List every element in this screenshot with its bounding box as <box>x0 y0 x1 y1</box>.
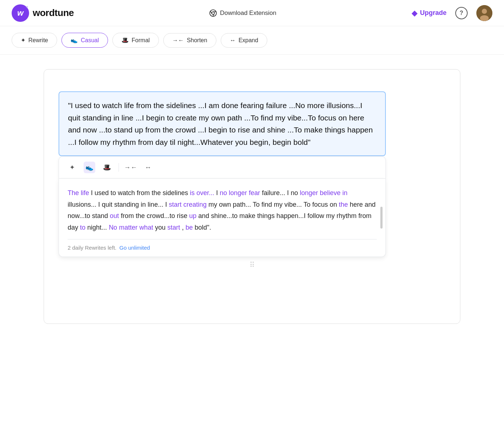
header: w ✦ wordtune Download Extension ◆ Upgrad… <box>0 0 504 26</box>
toolbar: ✦ Rewrite 👟 Casual 🎩 Formal →← Shorten ↔… <box>0 26 504 55</box>
inline-expand-icon[interactable]: ↔ <box>142 162 154 173</box>
result-span-22: be <box>185 224 193 231</box>
result-span-7: illusions... I quit standing in line... … <box>68 201 169 208</box>
casual-icon: 👟 <box>71 37 78 44</box>
result-span-1: I used to watch from the sidelines <box>91 189 190 197</box>
chrome-icon <box>209 9 217 17</box>
result-span-10: the <box>339 201 348 208</box>
result-span-4: no longer fear <box>220 189 260 197</box>
download-label: Download Extension <box>220 9 276 17</box>
result-span-21: , <box>182 224 185 231</box>
svg-point-6 <box>482 9 487 14</box>
formal-button[interactable]: 🎩 Formal <box>112 33 159 48</box>
result-box: The life I used to watch from the sideli… <box>59 179 386 257</box>
shorten-icon: →← <box>172 37 184 44</box>
toolbar-divider <box>119 163 119 172</box>
result-span-20: start <box>167 224 180 231</box>
help-icon: ? <box>460 10 463 16</box>
result-span-12: out <box>110 212 119 219</box>
rewrite-button[interactable]: ✦ Rewrite <box>12 33 57 48</box>
result-span-16: to <box>80 224 85 231</box>
casual-label: Casual <box>81 37 99 44</box>
sparkle-icon: ✦ <box>21 37 25 44</box>
result-span-9: my own path... To find my vibe... To foc… <box>208 201 339 208</box>
result-span-19: you <box>155 224 167 231</box>
result-span-0: The life <box>68 189 89 197</box>
inline-toolbar: ✦ 👟 🎩 →← ↔ <box>59 156 386 179</box>
shorten-label: Shorten <box>187 37 207 44</box>
drag-handle[interactable]: ⠿ <box>59 261 445 269</box>
rewrite-label: Rewrite <box>28 37 48 44</box>
result-span-18: No matter what <box>109 224 153 231</box>
logo-area[interactable]: w ✦ wordtune <box>12 4 74 22</box>
sparkle-icon: ✦ <box>25 5 28 9</box>
expand-button[interactable]: ↔ Expand <box>221 33 267 48</box>
svg-point-7 <box>480 15 489 21</box>
inline-formal-icon[interactable]: 🎩 <box>101 162 113 173</box>
result-span-13: from the crowd...to rise <box>121 212 189 219</box>
inline-casual-icon[interactable]: 👟 <box>84 162 95 173</box>
result-span-5: failure... I no <box>262 189 300 197</box>
expand-icon: ↔ <box>230 37 236 44</box>
header-right: ◆ Upgrade ? <box>412 5 492 21</box>
expand-label: Expand <box>239 37 258 44</box>
logo-text: wordtune <box>33 7 74 19</box>
result-span-23: bold". <box>195 224 211 231</box>
result-span-2: is over... <box>190 189 214 197</box>
result-text: The life I used to watch from the sideli… <box>68 187 377 233</box>
logo-icon: w ✦ <box>12 4 29 22</box>
go-unlimited-link[interactable]: Go unlimited <box>119 245 150 251</box>
casual-button[interactable]: 👟 Casual <box>61 33 108 48</box>
inline-rewrite-icon[interactable]: ✦ <box>66 162 78 173</box>
result-span-17: night... <box>87 224 107 231</box>
avatar[interactable] <box>476 5 492 21</box>
result-span-8: start creating <box>169 201 207 208</box>
scrollbar[interactable] <box>380 207 383 229</box>
result-footer: 2 daily Rewrites left. Go unlimited <box>68 239 377 251</box>
upgrade-label: Upgrade <box>420 9 447 17</box>
shorten-button[interactable]: →← Shorten <box>163 33 216 48</box>
selected-text[interactable]: "I used to watch life from the sidelines… <box>59 91 386 156</box>
help-button[interactable]: ? <box>455 7 468 19</box>
main-content: "I used to watch life from the sidelines… <box>0 55 504 338</box>
original-text: "I used to watch life from the sidelines… <box>68 101 373 146</box>
inline-shorten-icon[interactable]: →← <box>125 162 136 173</box>
formal-label: Formal <box>132 37 150 44</box>
result-span-6: longer believe in <box>300 189 347 197</box>
formal-icon: 🎩 <box>121 37 129 44</box>
avatar-image <box>476 5 492 21</box>
result-span-14: up <box>189 212 196 219</box>
result-span-3: I <box>216 189 220 197</box>
diamond-icon: ◆ <box>412 9 417 17</box>
rewrites-left-text: 2 daily Rewrites left. <box>68 245 116 251</box>
content-card: "I used to watch life from the sidelines… <box>44 69 460 324</box>
download-extension-button[interactable]: Download Extension <box>209 9 276 17</box>
upgrade-button[interactable]: ◆ Upgrade <box>412 9 447 17</box>
